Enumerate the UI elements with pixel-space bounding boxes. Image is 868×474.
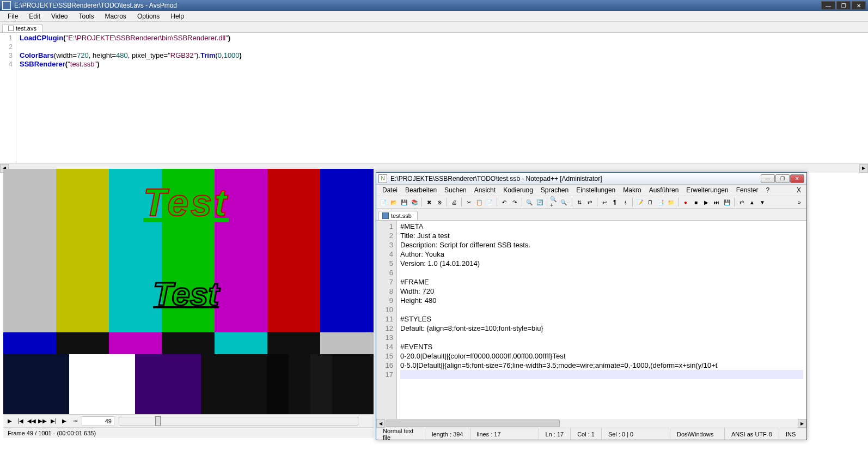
npp-menu-help[interactable]: ? — [762, 186, 773, 195]
npp-code-content[interactable]: #META Title: Just a test Description: Sc… — [397, 221, 806, 419]
npp-line-gutter: 1234567891011121314151617 — [376, 221, 397, 419]
frame-number-input[interactable] — [82, 416, 114, 426]
minimize-button[interactable]: — — [821, 1, 835, 10]
npp-menu-sprachen[interactable]: Sprachen — [537, 186, 572, 195]
npp-tab-test-ssb[interactable]: test.ssb — [378, 211, 418, 220]
find-icon[interactable]: 🔍 — [524, 197, 534, 207]
avspmod-menubar: File Edit Video Tools Macros Options Hel… — [0, 11, 868, 22]
func-list-icon[interactable]: 📑 — [656, 197, 665, 207]
menu-help[interactable]: Help — [165, 11, 190, 21]
play-macro-icon[interactable]: ▶ — [701, 197, 711, 207]
goto-start-icon[interactable]: |◀ — [16, 417, 25, 426]
menu-tools[interactable]: Tools — [74, 11, 100, 21]
menu-macros[interactable]: Macros — [100, 11, 132, 21]
doc-map-icon[interactable]: 🗒 — [645, 197, 655, 207]
zoom-in-icon[interactable]: 🔍+ — [549, 197, 559, 207]
npp-menu-kodierung[interactable]: Kodierung — [499, 186, 537, 195]
tab-test-avs[interactable]: test.avs — [2, 24, 42, 32]
npp-menu-ausfuehren[interactable]: Ausführen — [645, 186, 683, 195]
zoom-out-icon[interactable]: 🔍- — [560, 197, 570, 207]
notepadpp-window: N E:\PROJEKTE\SSBRenderer\TODO\test.ssb … — [376, 172, 807, 440]
status-eol: Dos\Windows — [670, 428, 725, 440]
print-icon[interactable]: 🖨 — [449, 197, 459, 207]
npp-close-button[interactable]: ✕ — [790, 174, 804, 183]
maximize-button[interactable]: ❐ — [836, 1, 851, 10]
npp-scroll-right-button[interactable]: ▶ — [798, 419, 806, 428]
npp-editor[interactable]: 1234567891011121314151617 #META Title: J… — [376, 221, 806, 419]
menu-video[interactable]: Video — [46, 11, 73, 21]
copy-icon[interactable]: 📋 — [474, 197, 484, 207]
video-preview[interactable]: Test Test — [3, 169, 374, 414]
cut-icon[interactable]: ✂ — [464, 197, 474, 207]
npp-menu-einstellungen[interactable]: Einstellungen — [572, 186, 619, 195]
npp-maximize-button[interactable]: ❐ — [775, 174, 790, 183]
overlay-text-2: Test — [153, 275, 219, 313]
undo-icon[interactable]: ↶ — [499, 197, 509, 207]
indent-guide-icon[interactable]: ⫶ — [620, 197, 630, 207]
goto-end-icon[interactable]: ▶| — [49, 417, 58, 426]
wordwrap-icon[interactable]: ↩ — [600, 197, 609, 207]
npp-menu-fenster[interactable]: Fenster — [732, 186, 762, 195]
npp-scroll-left-button[interactable]: ◀ — [376, 419, 385, 428]
save-icon[interactable]: 💾 — [399, 197, 409, 207]
record-icon[interactable]: ● — [681, 197, 690, 207]
sync-v-icon[interactable]: ⇅ — [574, 197, 584, 207]
frame-slider[interactable] — [119, 417, 358, 426]
file-icon — [8, 26, 14, 31]
menu-options[interactable]: Options — [132, 11, 165, 21]
npp-menu-makro[interactable]: Makro — [619, 186, 645, 195]
code-content[interactable]: LoadCPlugin("E:\PROJEKTE\SSBRenderer\bin… — [16, 33, 868, 163]
npp-menu-erweiterungen[interactable]: Erweiterungen — [682, 186, 732, 195]
npp-hscroll[interactable]: ◀ ▶ — [376, 419, 806, 428]
npp-menu-datei[interactable]: Datei — [378, 186, 401, 195]
play2-icon[interactable]: ▶ — [60, 417, 69, 426]
player-controls: ▶ |◀ ◀◀ ▶▶ ▶| ▶ ⇥ — [3, 414, 374, 427]
window-title: E:\PROJEKTE\SSBRenderer\TODO\test.avs - … — [14, 2, 821, 9]
new-file-icon[interactable]: 📄 — [378, 197, 388, 207]
npp-toolbar: 📄 📂 💾 📚 ✖ ⊗ 🖨 ✂ 📋 📄 ↶ ↷ 🔍 🔄 🔍+ 🔍- ⇅ ⇄ ↩ … — [376, 196, 806, 209]
close-button[interactable]: ✕ — [852, 1, 866, 10]
video-preview-pane: Test Test ▶ |◀ ◀◀ ▶▶ ▶| ▶ ⇥ Frame 49 / 1… — [3, 169, 374, 441]
menu-file[interactable]: File — [2, 11, 23, 21]
stop-icon[interactable]: ■ — [691, 197, 701, 207]
npp-minimize-button[interactable]: — — [761, 174, 775, 183]
all-chars-icon[interactable]: ¶ — [610, 197, 620, 207]
avspmod-titlebar[interactable]: E:\PROJEKTE\SSBRenderer\TODO\test.avs - … — [0, 0, 868, 11]
sync-h-icon[interactable]: ⇄ — [585, 197, 595, 207]
tab-label: test.avs — [16, 25, 36, 32]
replace-icon[interactable]: 🔄 — [535, 197, 545, 207]
npp-menu-suchen[interactable]: Suchen — [441, 186, 470, 195]
scroll-right-button[interactable]: ▶ — [859, 164, 868, 173]
save-macro-icon[interactable]: 💾 — [722, 197, 732, 207]
nav-up-icon[interactable]: ▲ — [747, 197, 757, 207]
menu-edit[interactable]: Edit — [23, 11, 46, 21]
external-play-icon[interactable]: ⇥ — [71, 417, 80, 426]
code-editor[interactable]: 1 2 3 4 LoadCPlugin("E:\PROJEKTE\SSBRend… — [0, 33, 868, 163]
play-icon[interactable]: ▶ — [5, 417, 14, 426]
npp-mdi-close-button[interactable]: X — [793, 186, 804, 194]
lang-icon[interactable]: 📝 — [635, 197, 645, 207]
play-multi-icon[interactable]: ⏭ — [712, 197, 722, 207]
npp-window-title: E:\PROJEKTE\SSBRenderer\TODO\test.ssb - … — [390, 175, 760, 183]
npp-menu-bearbeiten[interactable]: Bearbeiten — [401, 186, 441, 195]
save-all-icon[interactable]: 📚 — [409, 197, 419, 207]
close-all-icon[interactable]: ⊗ — [435, 197, 444, 207]
close-file-icon[interactable]: ✖ — [424, 197, 434, 207]
step-forward-icon[interactable]: ▶▶ — [38, 417, 47, 426]
step-back-icon[interactable]: ◀◀ — [27, 417, 36, 426]
nav-down-icon[interactable]: ▼ — [757, 197, 767, 207]
frame-status: Frame 49 / 1001 - (00:00:01.635) — [8, 430, 96, 436]
slider-thumb[interactable] — [155, 416, 161, 426]
open-file-icon[interactable]: 📂 — [389, 197, 399, 207]
npp-scroll-track[interactable] — [560, 419, 798, 428]
npp-scroll-thumb[interactable] — [386, 420, 560, 427]
status-mode: INS — [779, 428, 806, 440]
compare-icon[interactable]: ⇄ — [737, 197, 747, 207]
toolbar-overflow-icon[interactable]: » — [794, 197, 804, 207]
folder-icon[interactable]: 📁 — [666, 197, 676, 207]
npp-titlebar[interactable]: N E:\PROJEKTE\SSBRenderer\TODO\test.ssb … — [376, 173, 806, 185]
redo-icon[interactable]: ↷ — [510, 197, 519, 207]
paste-icon[interactable]: 📄 — [485, 197, 494, 207]
npp-menu-ansicht[interactable]: Ansicht — [470, 186, 499, 195]
npp-statusbar: Normal text file length : 394 lines : 17… — [376, 428, 806, 440]
